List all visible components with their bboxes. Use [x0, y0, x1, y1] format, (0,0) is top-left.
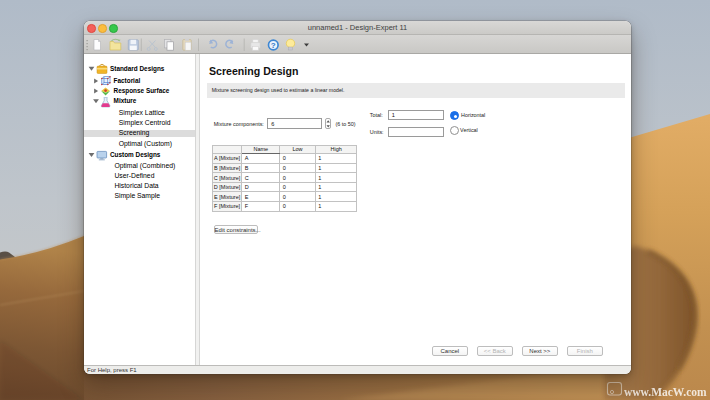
svg-text:?: ? — [271, 40, 276, 49]
svg-text:www.MacW.com: www.MacW.com — [624, 386, 707, 398]
